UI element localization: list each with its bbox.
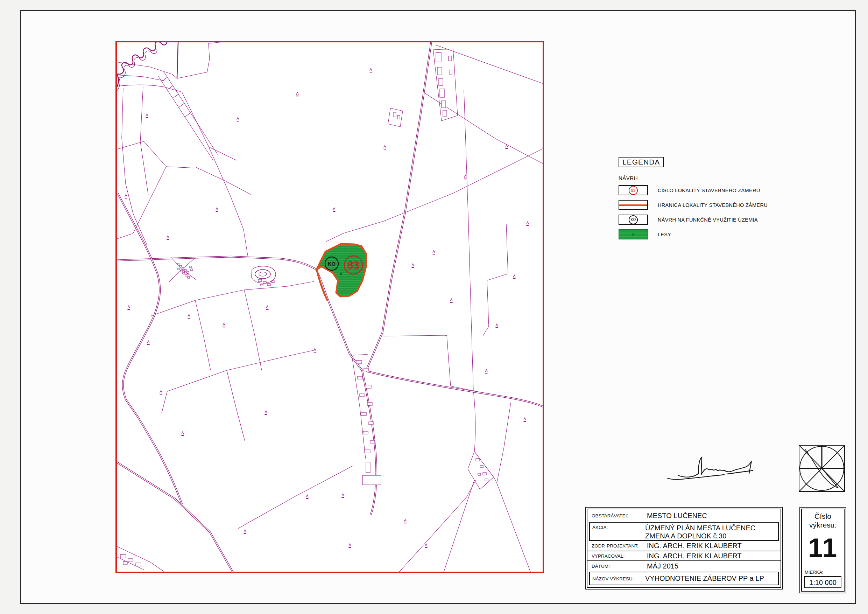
- signature: [668, 457, 753, 480]
- architect-logo: [799, 445, 845, 491]
- row-akcia: AKCIA: ÚZMENÝ PLÁN MESTA LUČENEC ZMENA A…: [589, 522, 779, 541]
- row-value: ING. ARCH. ERIK KLAUBERT: [647, 542, 742, 550]
- row-label: VYPRACOVAL:: [592, 553, 647, 559]
- locality-boundary-symbol: [618, 200, 648, 210]
- legend-item-forest: Λ LESY: [618, 229, 846, 240]
- row-obstaravatel: OBSTARÁVATEĽ: MESTO LUČENEC: [587, 509, 781, 522]
- legend-item-label: NÁVRH NA FUNKČNÉ VYUŽITIE ÚZEMIA: [658, 217, 758, 222]
- drawing-number-value: 11: [802, 535, 844, 560]
- function-code-symbol: KO: [618, 215, 648, 225]
- row-vypracoval: VYPRACOVAL: ING. ARCH. ERIK KLAUBERT: [587, 551, 781, 561]
- row-value: VYHODNOTENIE ZÁBEROV PP a LP: [645, 574, 764, 583]
- row-value: ÚZMENÝ PLÁN MESTA LUČENEC ZMENA A DOPLNO…: [645, 524, 755, 540]
- title-block: OBSTARÁVATEĽ: MESTO LUČENEC AKCIA: ÚZMEN…: [585, 507, 783, 589]
- row-label: ZODP. PROJEKTANT:: [592, 543, 647, 549]
- plan-sheet-canvas: KO 83 LEGENDA NÁVRH: [0, 0, 868, 614]
- scale-value-box: 1:10 000: [804, 576, 842, 588]
- legend-item-label: LESY: [658, 232, 671, 237]
- drawing-number-inner: Číslo výkresu: 11 MIERKA: 1:10 000: [801, 508, 845, 592]
- forest-marker-glyph: Λ: [632, 232, 635, 236]
- locality-number-symbol: 83: [618, 185, 648, 195]
- legend-section-navrh: NÁVRH: [618, 175, 846, 181]
- locality-code-label: KO: [328, 261, 336, 267]
- row-label: OBSTARÁVATEĽ:: [592, 513, 647, 518]
- row-label: AKCIA:: [592, 524, 645, 530]
- locality-number-circle-icon: 83: [629, 186, 638, 195]
- legend-item-locality-boundary: HRANICA LOKALITY STAVEBNÉHO ZÁMERU: [618, 199, 846, 210]
- row-datum: DÁTUM: MÁJ 2015: [587, 561, 781, 572]
- drawing-number-box: Číslo výkresu: 11 MIERKA: 1:10 000: [800, 507, 846, 593]
- legend: LEGENDA NÁVRH 83 ČÍSLO LOKALITY STAVEBNÉ…: [618, 157, 846, 240]
- row-zodp-projektant: ZODP. PROJEKTANT: ING. ARCH. ERIK KLAUBE…: [587, 541, 781, 551]
- row-label: NÁZOV VÝKRESU:: [592, 575, 645, 581]
- legend-item-label: HRANICA LOKALITY STAVEBNÉHO ZÁMERU: [658, 202, 767, 208]
- title-block-inner: OBSTARÁVATEĽ: MESTO LUČENEC AKCIA: ÚZMEN…: [587, 508, 781, 588]
- function-code-circle-icon: KO: [629, 215, 638, 224]
- row-value: MESTO LUČENEC: [647, 512, 707, 520]
- legend-item-label: ČÍSLO LOKALITY STAVEBNÉHO ZÁMERU: [658, 188, 760, 193]
- row-label: DÁTUM:: [592, 564, 647, 569]
- legend-item-function-use: KO NÁVRH NA FUNKČNÉ VYUŽITIE ÚZEMIA: [618, 214, 846, 225]
- legend-item-locality-number: 83 ČÍSLO LOKALITY STAVEBNÉHO ZÁMERU: [618, 185, 846, 196]
- forest-swatch: Λ: [618, 229, 648, 239]
- row-nazov-vykresu: NÁZOV VÝKRESU: VYHODNOTENIE ZÁBEROV PP a…: [589, 572, 779, 585]
- row-value: MÁJ 2015: [647, 562, 678, 570]
- legend-title: LEGENDA: [618, 157, 664, 167]
- drawing-number-label: Číslo výkresu:: [802, 512, 844, 530]
- locality-number-label: 83: [347, 259, 359, 271]
- row-value: ING. ARCH. ERIK KLAUBERT: [647, 552, 742, 560]
- scale-label: MIERKA:: [804, 569, 844, 575]
- map-area: [116, 42, 543, 572]
